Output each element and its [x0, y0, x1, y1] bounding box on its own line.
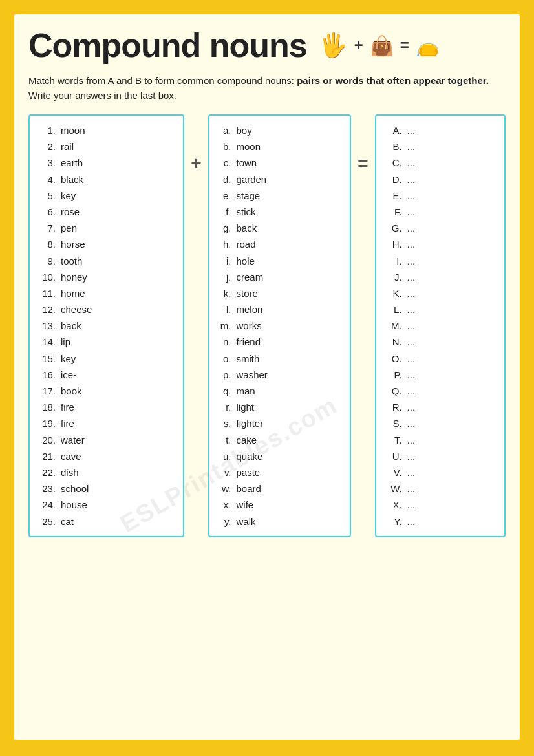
- list-item-a: 9.tooth: [37, 253, 175, 269]
- list-item-a: 11.home: [37, 285, 175, 301]
- header-icons: 🖐️ + 👜 = 👝: [319, 32, 440, 59]
- list-item-c: N....: [384, 334, 497, 350]
- list-item-a: 1.moon: [37, 122, 175, 138]
- list-item-a: 25.cat: [37, 513, 175, 530]
- list-item-a: 23.school: [37, 481, 175, 497]
- list-item-c: R....: [384, 399, 497, 415]
- list-item-c: O....: [384, 351, 497, 367]
- list-item-b: c.town: [217, 155, 343, 171]
- header: Compound nouns 🖐️ + 👜 = 👝: [28, 26, 506, 65]
- list-item-c: A....: [384, 122, 497, 138]
- list-item-b: s.fighter: [217, 415, 343, 431]
- column-c-box: A....B....C....D....E....F....G....H....…: [375, 114, 506, 537]
- list-item-a: 24.house: [37, 497, 175, 513]
- equals-operator: =: [358, 153, 368, 174]
- content-area: ESLPrintables.com 1.moon2.rail3.earth4.b…: [28, 114, 506, 537]
- list-item-b: l.melon: [217, 301, 343, 318]
- list-item-a: 20.water: [37, 432, 175, 448]
- list-item-a: 15.key: [37, 351, 175, 367]
- list-item-b: v.paste: [217, 464, 343, 481]
- list-item-c: J....: [384, 269, 497, 285]
- list-item-a: 21.cave: [37, 448, 175, 464]
- list-item-a: 10.honey: [37, 269, 175, 285]
- list-item-c: U....: [384, 448, 497, 464]
- list-item-b: m.works: [217, 318, 343, 334]
- list-item-a: 18.fire: [37, 399, 175, 415]
- list-item-a: 5.key: [37, 188, 175, 204]
- hand-icon: 🖐️: [319, 32, 348, 59]
- list-item-a: 2.rail: [37, 138, 175, 155]
- list-item-a: 13.back: [37, 318, 175, 334]
- list-item-c: M....: [384, 318, 497, 334]
- list-item-b: o.smith: [217, 351, 343, 367]
- list-item-b: y.walk: [217, 513, 343, 530]
- list-item-b: q.man: [217, 383, 343, 399]
- list-item-c: P....: [384, 367, 497, 383]
- bag-icon: 👜: [370, 34, 394, 57]
- list-item-c: B....: [384, 138, 497, 155]
- list-item-c: W....: [384, 481, 497, 497]
- list-item-c: K....: [384, 285, 497, 301]
- list-item-b: b.moon: [217, 138, 343, 155]
- list-item-a: 14.lip: [37, 334, 175, 350]
- list-item-c: S....: [384, 415, 497, 431]
- list-item-b: k.store: [217, 285, 343, 301]
- list-item-a: 7.pen: [37, 220, 175, 236]
- list-item-c: Y....: [384, 513, 497, 530]
- list-item-c: X....: [384, 497, 497, 513]
- list-item-b: f.stick: [217, 204, 343, 220]
- instructions: Match words from A and B to form common …: [28, 74, 506, 103]
- list-item-c: H....: [384, 236, 497, 252]
- list-item-b: d.garden: [217, 171, 343, 188]
- handbag-icon: 👝: [416, 34, 440, 57]
- list-item-b: p.washer: [217, 367, 343, 383]
- list-item-c: D....: [384, 171, 497, 188]
- list-item-a: 16.ice-: [37, 367, 175, 383]
- list-item-c: T....: [384, 432, 497, 448]
- list-item-a: 8.horse: [37, 236, 175, 252]
- list-item-a: 6.rose: [37, 204, 175, 220]
- list-item-c: L....: [384, 301, 497, 318]
- list-item-c: F....: [384, 204, 497, 220]
- list-item-b: n.friend: [217, 334, 343, 350]
- column-a-box: 1.moon2.rail3.earth4.black5.key6.rose7.p…: [28, 114, 184, 537]
- header-equals: =: [400, 36, 409, 54]
- column-b-box: a.boyb.moonc.townd.gardene.stagef.stickg…: [208, 114, 352, 537]
- list-item-a: 19.fire: [37, 415, 175, 431]
- list-item-a: 4.black: [37, 171, 175, 188]
- list-item-b: h.road: [217, 236, 343, 252]
- list-item-b: a.boy: [217, 122, 343, 138]
- list-item-b: i.hole: [217, 253, 343, 269]
- list-item-c: I....: [384, 253, 497, 269]
- list-item-c: Q....: [384, 383, 497, 399]
- plus-operator: +: [191, 153, 201, 174]
- list-item-b: g.back: [217, 220, 343, 236]
- list-item-b: x.wife: [217, 497, 343, 513]
- list-item-c: G....: [384, 220, 497, 236]
- list-item-c: V....: [384, 464, 497, 481]
- list-item-b: w.board: [217, 481, 343, 497]
- list-item-b: e.stage: [217, 188, 343, 204]
- list-item-a: 17.book: [37, 383, 175, 399]
- operator-plus-col: +: [191, 114, 201, 174]
- list-item-b: u.quake: [217, 448, 343, 464]
- columns-container: 1.moon2.rail3.earth4.black5.key6.rose7.p…: [28, 114, 506, 537]
- operator-equals-col: =: [358, 114, 368, 174]
- list-item-c: E....: [384, 188, 497, 204]
- list-item-a: 22.dish: [37, 464, 175, 481]
- list-item-b: j.cream: [217, 269, 343, 285]
- list-item-a: 3.earth: [37, 155, 175, 171]
- page-title: Compound nouns: [28, 26, 307, 65]
- list-item-a: 12.cheese: [37, 301, 175, 318]
- list-item-b: r.light: [217, 399, 343, 415]
- header-plus: +: [354, 36, 363, 54]
- list-item-c: C....: [384, 155, 497, 171]
- list-item-b: t.cake: [217, 432, 343, 448]
